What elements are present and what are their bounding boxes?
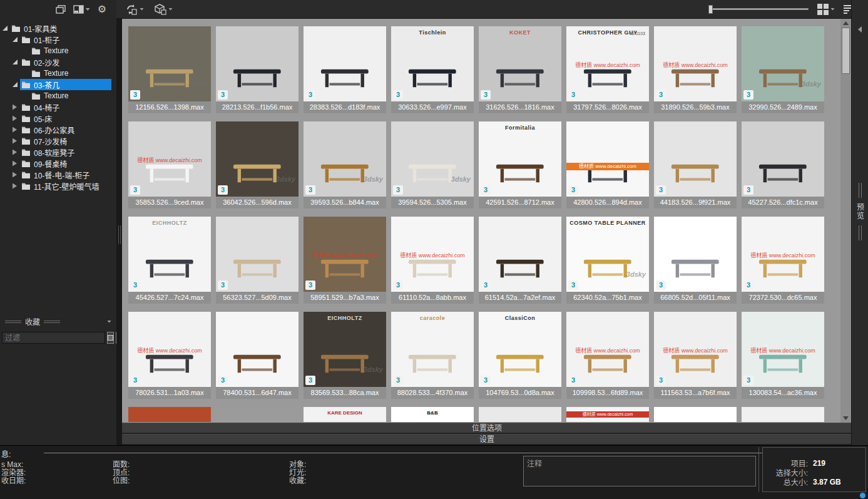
grid-item-partial[interactable]	[479, 407, 561, 422]
grid-item[interactable]: 德材质 www.decaizhi.com335853.526...9ced.ma…	[128, 121, 211, 208]
grid-item[interactable]: 德材质 www.decaizhi.com3109998.53...6fd89.m…	[566, 312, 649, 399]
thumbnail-image[interactable]: 德材质 www.decaizhi.com3	[128, 121, 211, 197]
rollout-bar[interactable]: 设置	[122, 434, 852, 445]
grid-item[interactable]: 德材质 www.decaizhi.com3111563.53...a7b6f.m…	[654, 312, 737, 399]
chevron-down-icon[interactable]	[107, 321, 111, 323]
grid-item[interactable]: 328383.526...d183f.max	[304, 26, 386, 113]
grid-item[interactable]: 3dsky339594.526...5305.max	[391, 121, 474, 208]
thumbnail-image[interactable]: COSMO TABLE PLANNER3dsky3	[566, 217, 649, 292]
grid-item[interactable]: 德材质 www.decaizhi.com372372.530...dc65.ma…	[742, 217, 824, 304]
thumbnail-image[interactable]: 3	[216, 217, 299, 292]
grid-view-icon[interactable]	[817, 4, 835, 15]
grid-item[interactable]: 3dsky339593.526...b844.max	[304, 121, 386, 208]
tree-expand-icon[interactable]	[13, 183, 17, 189]
tree-item[interactable]: 05-床	[0, 113, 116, 124]
grid-item[interactable]: 345227.526...dfc1c.max	[742, 121, 824, 208]
tree-expand-icon[interactable]	[13, 116, 17, 121]
sync-scene-icon[interactable]	[125, 4, 144, 15]
grid-item[interactable]: 德材质 www.decaizhi.com378026.531...1a03.ma…	[128, 312, 211, 399]
thumbnail-image[interactable]: 3dsky3	[304, 121, 386, 197]
grid-item-partial[interactable]	[128, 407, 211, 422]
grid-item[interactable]: 344183.526...9f921.max	[654, 121, 737, 208]
scroll-down-icon[interactable]	[843, 416, 849, 420]
tree-item[interactable]: 02-沙发	[0, 56, 116, 68]
grid-item[interactable]: 德材质 www.decaizhi.com358951.529...b7a3.ma…	[304, 217, 386, 304]
grid-item[interactable]: COSMO TABLE PLANNER3dsky362340.52a...75b…	[566, 217, 649, 304]
tree-item[interactable]: Texture	[0, 68, 116, 79]
swatch-light-icon[interactable]	[107, 332, 114, 344]
sidebar-splitter[interactable]	[116, 0, 122, 445]
grid-item[interactable]: 356323.527...5d09.max	[216, 217, 299, 304]
notes-input[interactable]	[523, 456, 756, 486]
tree-expand-icon[interactable]	[13, 82, 18, 87]
grid-item-partial[interactable]	[654, 407, 737, 422]
grid-item[interactable]: 361514.52a...7a2ef.max	[479, 217, 561, 304]
export-cube-icon[interactable]	[154, 4, 173, 15]
scroll-up-icon[interactable]	[843, 21, 849, 25]
grid-item-partial[interactable]: 德材质 www.decaizhi.com	[566, 407, 649, 422]
tree-expand-icon[interactable]	[13, 161, 17, 167]
thumbnail-image[interactable]: 德材质 www.decaizhi.com3	[391, 217, 474, 292]
scrollbar-thumb[interactable]	[842, 28, 850, 74]
grid-item[interactable]: 德材质 www.decaizhi.com3130083.54...ac36.ma…	[742, 312, 824, 399]
grid-item[interactable]: 378400.531...6d47.max	[216, 312, 299, 399]
layout-icon[interactable]	[73, 5, 90, 14]
tree-item[interactable]: Texture	[0, 90, 116, 101]
tree-expand-icon[interactable]	[13, 150, 17, 155]
tree-expand-icon[interactable]	[13, 37, 18, 42]
tree-item[interactable]: 11-其它-壁炉暖气墙	[0, 180, 116, 192]
grid-item[interactable]: 德材质 www.decaizhi.com361110.52a...8abb.ma…	[391, 217, 474, 304]
tree-item[interactable]: 01-柜子	[0, 34, 116, 45]
grid-item[interactable]: Formitalia342591.526...8712.max	[479, 121, 561, 208]
thumbnail-image[interactable]: 3	[654, 217, 737, 292]
grid-item-partial[interactable]	[216, 407, 299, 422]
thumbnail-image[interactable]: 3	[304, 26, 386, 101]
thumbnail-image[interactable]: 德材质 www.decaizhi.com3	[742, 312, 824, 387]
grid-item-partial[interactable]: B&B	[391, 407, 474, 422]
thumbnail-image[interactable]: 德材质 www.decaizhi.com3	[742, 217, 824, 292]
grid-item[interactable]: 328213.526...f1b56.max	[216, 26, 299, 113]
collapse-left-icon[interactable]	[858, 26, 862, 33]
tree-item[interactable]: 04-椅子	[0, 101, 116, 113]
preview-panel-tab[interactable]: 预览	[852, 183, 868, 240]
tree-item[interactable]: 08-软座凳子	[0, 147, 116, 158]
slider-handle[interactable]	[708, 5, 713, 14]
thumbnail-image[interactable]: 3	[216, 26, 299, 101]
thumbnail-image[interactable]: EICHHOLTZ3dsky3	[304, 312, 386, 387]
thumbnail-image[interactable]: 3	[654, 121, 737, 197]
thumbnail-image[interactable]: ClassiCon3	[479, 312, 561, 387]
grid-item[interactable]: 366805.52d...05f11.max	[654, 217, 737, 304]
favorites-header[interactable]: 收藏	[0, 316, 116, 327]
thumbnail-image[interactable]: 3	[216, 312, 299, 387]
settings-gear-icon[interactable]: ⚙	[98, 4, 106, 14]
thumbnail-image[interactable]: 德材质 www.decaizhi.com3	[128, 312, 211, 387]
thumbnail-image[interactable]: EICHHOLTZ3	[128, 217, 211, 292]
tree-expand-icon[interactable]	[3, 26, 8, 31]
tree-item[interactable]: 09-餐桌椅	[0, 158, 116, 169]
tree-item[interactable]: Texture	[0, 45, 116, 56]
thumbnail-image[interactable]: Formitalia3	[479, 121, 561, 197]
thumbnail-image[interactable]: 3dsky3	[742, 26, 824, 101]
grid-item[interactable]: Tischlein330633.526...e997.max	[391, 26, 474, 113]
thumbnail-image[interactable]: 德材质 www.decaizhi.com3	[566, 121, 649, 197]
tree-item[interactable]: 07-沙发椅	[0, 135, 116, 147]
tree-expand-icon[interactable]	[13, 138, 17, 144]
thumbnail-image[interactable]: caracole3	[391, 312, 474, 387]
vertical-scrollbar[interactable]	[840, 19, 851, 423]
grid-item-partial[interactable]	[742, 407, 824, 422]
panels-icon[interactable]	[56, 5, 66, 14]
grid-item[interactable]: EICHHOLTZ345426.527...7c24.max	[128, 217, 211, 304]
thumbnail-image[interactable]: 德材质 www.decaizhi.com3	[654, 312, 737, 387]
thumbnail-image[interactable]: 3dsky3	[391, 121, 474, 197]
tree-expand-icon[interactable]	[13, 59, 18, 64]
thumbnail-image[interactable]: 3dsky3	[128, 26, 211, 101]
tree-item[interactable]: 06-办公家具	[0, 124, 116, 135]
grid-item[interactable]: KOKET331626.526...1816.max	[479, 26, 561, 113]
grid-item[interactable]: 德材质 www.decaizhi.com342800.526...894d.ma…	[566, 121, 649, 208]
grid-item[interactable]: EICHHOLTZ3dsky383569.533...88ca.max	[304, 312, 386, 399]
thumbnail-size-slider[interactable]	[708, 5, 809, 14]
thumbnail-image[interactable]: 3	[479, 217, 561, 292]
grid-item[interactable]: 3dsky332990.526...2489.max	[742, 26, 824, 113]
grid-item[interactable]: ClassiCon3104769.53...0d8a.max	[479, 312, 561, 399]
grid-item[interactable]: CHRISTOPHER GUY德材质 www.decaizhi.com76-01…	[566, 26, 649, 113]
